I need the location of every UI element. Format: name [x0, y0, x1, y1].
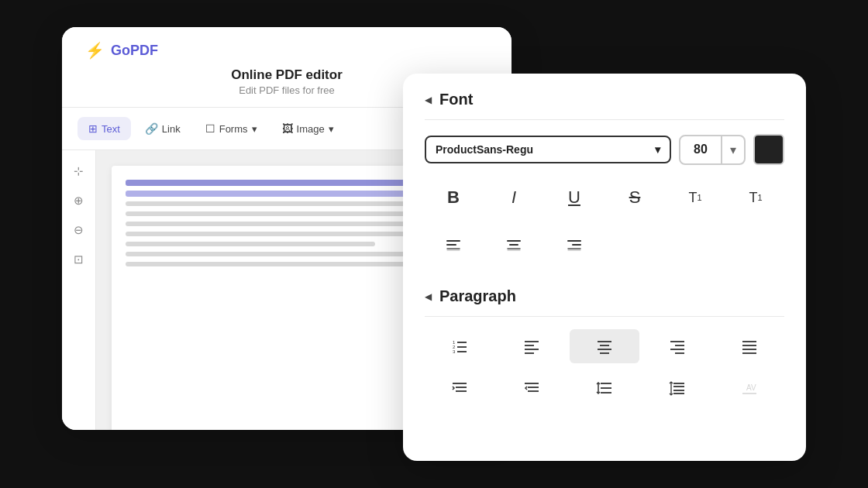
paragraph-section-header: ◀ Paragraph — [425, 277, 784, 317]
indent-right-btn[interactable] — [425, 371, 494, 405]
superscript-button[interactable]: T1 — [666, 180, 724, 215]
format-buttons: B I U S T1 T1 — [425, 180, 784, 215]
logo-icon: ⚡ — [85, 41, 105, 60]
paragraph-buttons-row2: AV — [425, 371, 784, 405]
toolbar-forms-btn[interactable]: ☐ Forms ▾ — [195, 117, 268, 140]
paragraph-section-title: Paragraph — [439, 287, 516, 305]
font-section-title: Font — [439, 91, 473, 108]
text-highlight-2 — [126, 191, 411, 197]
font-select-arrow: ▾ — [655, 143, 660, 156]
line-spacing-btn[interactable] — [570, 371, 639, 405]
text-line-7 — [126, 262, 446, 266]
text-line-4 — [126, 232, 429, 236]
logo-area: ⚡ GoPDF — [85, 41, 488, 60]
strikethrough-button[interactable]: S — [606, 180, 663, 215]
font-family-value: ProductSans-Regu — [436, 143, 533, 156]
ordered-list-btn[interactable]: 1 2 3 — [425, 329, 494, 363]
side-tool-cursor[interactable]: ⊹ — [67, 160, 91, 183]
char-spacing-btn[interactable]: AV — [715, 371, 784, 405]
paragraph-buttons-row1: 1 2 3 — [425, 329, 784, 363]
font-size-value: 80 — [680, 136, 721, 163]
font-section-header: ◀ Font — [425, 74, 784, 120]
side-tool-zoom-out[interactable]: ⊖ — [67, 218, 91, 242]
toolbar-link-label: Link — [162, 123, 181, 135]
font-family-select[interactable]: ProductSans-Regu ▾ — [425, 136, 671, 163]
font-color-swatch[interactable] — [753, 134, 784, 165]
logo-text: GoPDF — [111, 43, 158, 59]
svg-text:3: 3 — [453, 349, 456, 354]
text-line-2 — [126, 211, 446, 216]
align-center-baseline[interactable] — [485, 227, 542, 261]
toolbar-link-btn[interactable]: 🔗 Link — [134, 117, 191, 140]
align-baseline-left[interactable] — [425, 227, 482, 261]
text-align-buttons — [425, 227, 784, 261]
toolbar-text-btn[interactable]: ⊞ Text — [78, 117, 131, 140]
toolbar-image-label: Image — [297, 123, 325, 135]
font-size-arrow[interactable]: ▾ — [721, 136, 744, 163]
underline-button[interactable]: U — [546, 180, 603, 215]
toolbar-text-label: Text — [102, 123, 120, 135]
svg-text:AV: AV — [746, 383, 756, 392]
paragraph-section-arrow: ◀ — [425, 291, 432, 302]
subscript-button[interactable]: T1 — [727, 180, 784, 215]
text-line-5 — [126, 242, 375, 246]
forms-icon: ☐ — [205, 122, 215, 135]
align-center-btn[interactable] — [570, 329, 639, 363]
link-icon: 🔗 — [145, 122, 158, 135]
align-justify-btn[interactable] — [715, 329, 784, 363]
align-right-btn[interactable] — [642, 329, 712, 363]
font-controls: ProductSans-Regu ▾ 80 ▾ — [425, 134, 784, 165]
align-left-btn[interactable] — [498, 329, 567, 363]
font-size-control: 80 ▾ — [679, 135, 746, 165]
align-right-baseline[interactable] — [546, 227, 603, 261]
forms-dropdown-arrow: ▾ — [252, 123, 257, 135]
toolbar-image-btn[interactable]: 🖼 Image ▾ — [271, 117, 345, 140]
font-section-arrow: ◀ — [425, 95, 432, 105]
text-icon: ⊞ — [88, 122, 98, 135]
indent-left-btn[interactable] — [498, 371, 567, 405]
side-tool-zoom-in[interactable]: ⊕ — [67, 189, 91, 212]
para-spacing-btn[interactable] — [642, 371, 712, 405]
bold-button[interactable]: B — [425, 180, 482, 215]
toolbar-forms-label: Forms — [219, 123, 248, 135]
image-dropdown-arrow: ▾ — [329, 123, 334, 135]
side-tool-fit[interactable]: ⊡ — [67, 248, 91, 271]
image-icon: 🖼 — [282, 122, 293, 135]
font-panel-card: ◀ Font ProductSans-Regu ▾ 80 ▾ B I U S T… — [403, 74, 806, 461]
italic-button[interactable]: I — [485, 180, 542, 215]
side-toolbar: ⊹ ⊕ ⊖ ⊡ — [62, 150, 96, 430]
